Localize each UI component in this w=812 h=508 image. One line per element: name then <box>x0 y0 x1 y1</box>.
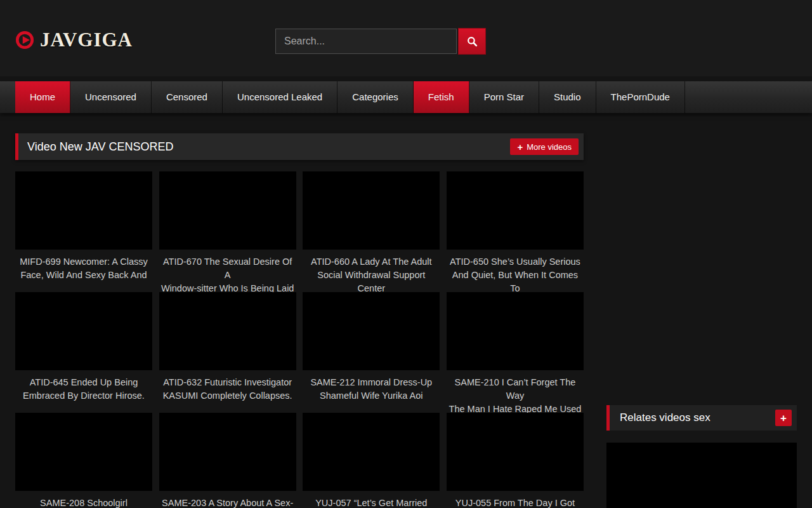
nav-item-porn-star[interactable]: Porn Star <box>469 81 539 113</box>
more-videos-button[interactable]: + More videos <box>510 138 579 155</box>
main-nav: Home Uncensored Censored Uncensored Leak… <box>0 81 812 113</box>
search-icon <box>466 36 478 48</box>
search-button[interactable] <box>458 28 486 55</box>
video-title[interactable]: ATID-632 Futuristic Investigator KASUMI … <box>159 376 296 403</box>
nav-item-categories[interactable]: Categories <box>337 81 414 113</box>
video-card: ATID-660 A Lady At The Adult Social With… <box>303 171 440 292</box>
nav-item-uncensored[interactable]: Uncensored <box>70 81 152 113</box>
video-title[interactable]: MIFD-699 Newcomer: A Classy Face, Wild A… <box>15 255 152 282</box>
play-icon <box>15 30 34 50</box>
video-title[interactable]: ATID-670 The Sexual Desire Of A Window-s… <box>159 255 296 295</box>
sidebar-title: Relates videos sex <box>610 405 797 431</box>
video-thumbnail[interactable] <box>159 292 296 370</box>
video-title[interactable]: YUJ-055 From The Day I Got <box>447 497 584 508</box>
video-title[interactable]: ATID-650 She’s Usually Serious And Quiet… <box>447 255 584 295</box>
video-title[interactable]: SAME-212 Immoral Dress-Up Shameful Wife … <box>303 376 440 403</box>
video-card: MIFD-699 Newcomer: A Classy Face, Wild A… <box>15 171 152 292</box>
video-title[interactable]: ATID-645 Ended Up Being Embraced By Dire… <box>15 376 152 403</box>
video-thumbnail[interactable] <box>447 413 584 491</box>
video-title[interactable]: SAME-210 I Can’t Forget The Way The Man … <box>447 376 584 416</box>
sidebar-video-thumbnail[interactable] <box>606 443 797 508</box>
nav-item-theporndude[interactable]: ThePornDude <box>596 81 685 113</box>
section-title: Video New JAV CENSORED <box>18 133 584 160</box>
video-thumbnail[interactable] <box>447 292 584 370</box>
video-card: ATID-645 Ended Up Being Embraced By Dire… <box>15 292 152 413</box>
video-thumbnail[interactable] <box>447 171 584 250</box>
video-card: SAME-203 A Story About A Sex- <box>159 413 296 508</box>
plus-icon: + <box>517 142 523 152</box>
video-thumbnail[interactable] <box>15 292 152 370</box>
video-thumbnail[interactable] <box>303 292 440 370</box>
sidebar-header: Relates videos sex + <box>606 405 797 431</box>
nav-item-fetish[interactable]: Fetish <box>414 81 469 113</box>
video-card: YUJ-055 From The Day I Got <box>447 413 584 508</box>
video-thumbnail[interactable] <box>303 413 440 491</box>
video-title[interactable]: SAME-208 Schoolgirl Confinement <box>15 497 152 508</box>
video-thumbnail[interactable] <box>159 413 296 491</box>
video-card: YUJ-057 “Let’s Get Married When <box>303 413 440 508</box>
video-card: ATID-632 Futuristic Investigator KASUMI … <box>159 292 296 413</box>
site-logo[interactable]: JAVGIGA <box>15 29 133 51</box>
nav-item-censored[interactable]: Censored <box>152 81 223 113</box>
logo-text: JAVGIGA <box>40 29 133 51</box>
nav-item-studio[interactable]: Studio <box>539 81 596 113</box>
video-thumbnail[interactable] <box>15 171 152 250</box>
video-card: SAME-212 Immoral Dress-Up Shameful Wife … <box>303 292 440 413</box>
nav-item-home[interactable]: Home <box>15 81 70 113</box>
video-card: SAME-210 I Can’t Forget The Way The Man … <box>447 292 584 413</box>
video-card: ATID-650 She’s Usually Serious And Quiet… <box>447 171 584 292</box>
video-grid: MIFD-699 Newcomer: A Classy Face, Wild A… <box>15 171 584 508</box>
search-input[interactable] <box>275 29 457 54</box>
sidebar-expand-button[interactable]: + <box>775 410 792 426</box>
video-card: ATID-670 The Sexual Desire Of A Window-s… <box>159 171 296 292</box>
video-title[interactable]: YUJ-057 “Let’s Get Married When <box>303 497 440 508</box>
plus-icon: + <box>780 413 787 424</box>
video-thumbnail[interactable] <box>303 171 440 250</box>
video-title[interactable]: ATID-660 A Lady At The Adult Social With… <box>303 255 440 295</box>
video-card: SAME-208 Schoolgirl Confinement <box>15 413 152 508</box>
video-thumbnail[interactable] <box>15 413 152 491</box>
video-title[interactable]: SAME-203 A Story About A Sex- <box>159 497 296 508</box>
nav-item-uncensored-leaked[interactable]: Uncensored Leaked <box>223 81 337 113</box>
video-thumbnail[interactable] <box>159 171 296 250</box>
site-header: JAVGIGA <box>0 0 812 76</box>
search-form <box>275 28 486 55</box>
more-videos-label: More videos <box>527 142 572 152</box>
section-header: Video New JAV CENSORED + More videos <box>15 133 584 160</box>
